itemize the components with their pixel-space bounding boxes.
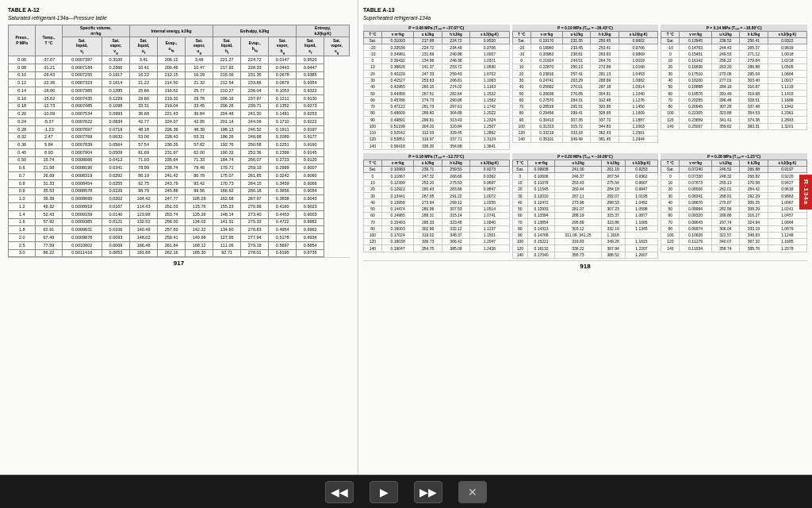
- table-cell: 0.19047: [381, 245, 413, 252]
- table-cell: 315.14: [442, 212, 469, 218]
- table-cell: 253.74: [158, 210, 186, 218]
- table-cell: 0.15493: [381, 219, 413, 225]
- table-cell: 0: [661, 173, 680, 179]
- table-cell: 323.48: [442, 219, 469, 225]
- rewind-button[interactable]: ◀◀: [325, 481, 354, 503]
- table-cell: 277.01: [711, 77, 739, 83]
- table-cell: 185.30: [186, 249, 213, 257]
- table-cell: 30: [363, 77, 381, 83]
- table-cell: 0.8934: [297, 234, 324, 242]
- table-cell: 52.43: [36, 210, 62, 218]
- forward-button[interactable]: ▶▶: [414, 481, 442, 503]
- table-cell: 307.28: [711, 103, 739, 110]
- table-cell: 0.9322: [768, 37, 806, 44]
- table-cell: 140: [512, 137, 530, 143]
- table-cell: 0.9322: [297, 87, 324, 95]
- table-cell: 260.44: [555, 186, 602, 192]
- table-cell: 300.25: [740, 199, 768, 206]
- table-cell: 319.02: [414, 232, 442, 238]
- table-cell: 8.93: [36, 148, 62, 156]
- table-cell: 120: [363, 137, 381, 143]
- table-cell: 0.9447: [297, 64, 324, 71]
- pressure-section: P = 0.20 MPa (Tₛₐₜ = −10.09°C)T °Cv m³/k…: [512, 153, 659, 259]
- table-cell: -31.21: [36, 64, 62, 71]
- table-cell: 275.87: [711, 199, 739, 206]
- table-cell: 292.07: [601, 193, 625, 199]
- table-cell: 179.71: [213, 164, 241, 172]
- table-cell: 0.17040: [528, 252, 555, 258]
- table-cell: 336.22: [555, 245, 602, 252]
- table-row: 1.862.910.00096310.0106140.49257.83142.2…: [9, 226, 350, 234]
- table-cell: 253.63: [414, 77, 442, 83]
- table-cell: 0.0167: [102, 203, 130, 211]
- table-cell: 303.12: [555, 225, 602, 232]
- play-button[interactable]: ▶: [370, 481, 398, 503]
- table-cell: 349.28: [601, 239, 625, 245]
- table-cell: 266.81: [442, 77, 469, 83]
- table-cell: 0.0007397: [62, 56, 102, 64]
- table-cell: 100: [512, 123, 530, 129]
- table-cell: 253.41: [591, 44, 619, 51]
- table-cell: 39.39: [36, 195, 62, 203]
- table-cell: 1.0018: [768, 51, 806, 57]
- table-cell: 3.0: [9, 249, 36, 257]
- table-cell: 0.0140: [102, 210, 130, 218]
- table-cell: 1.0371: [470, 57, 509, 64]
- table-cell: 228.33: [241, 64, 269, 71]
- table-cell: 304.81: [591, 90, 619, 97]
- table-cell: 328.65: [591, 110, 619, 116]
- table-cell: -10: [512, 51, 530, 57]
- table-cell: 0.9354: [297, 79, 324, 87]
- table-cell: 0.0443: [269, 64, 297, 71]
- table-cell: 319.97: [414, 137, 442, 143]
- table-cell: 322.57: [711, 232, 739, 238]
- table-cell: 0.44358: [381, 90, 413, 97]
- table-cell: 134.02: [186, 218, 213, 226]
- table-cell: -10: [363, 51, 381, 57]
- table-cell: 328.51: [740, 97, 768, 103]
- table-cell: 10: [363, 179, 381, 186]
- table-cell: 0.12399: [381, 179, 413, 186]
- table-cell: 0.9: [9, 187, 36, 195]
- table-cell: 279.18: [241, 241, 269, 249]
- table-cell: 349.83: [740, 232, 768, 238]
- table-cell: 0.13394: [528, 212, 555, 218]
- table-cell: 241.30: [555, 167, 602, 173]
- table-cell: 0.07240: [680, 167, 711, 173]
- table-cell: 2.5: [9, 241, 36, 249]
- table-cell: 0.08670: [680, 199, 711, 206]
- table-cell: 1.8: [9, 226, 36, 234]
- table-cell: 60: [512, 97, 530, 103]
- close-button[interactable]: ✕: [458, 481, 487, 503]
- table-cell: 0.0069: [102, 241, 130, 249]
- table-cell: 231.35: [241, 71, 269, 79]
- table-cell: 78.99: [130, 164, 158, 172]
- table-cell: 0.08341: [680, 193, 711, 199]
- table-cell: 1.0007: [470, 51, 509, 57]
- table-cell: -22.36: [36, 79, 62, 87]
- table-cell: 50: [512, 206, 527, 212]
- table-cell: 257.83: [158, 226, 186, 234]
- table-cell: 0.0010602: [62, 241, 102, 249]
- superheated-table: T °Cv m³/kgu kJ/kgh kJ/kgs kJ/(kg·K)Sat.…: [363, 160, 510, 252]
- table-cell: 31.33: [36, 179, 62, 187]
- table-cell: 355.73: [555, 252, 602, 258]
- table-cell: 170.73: [213, 179, 241, 187]
- table-cell: -10.09: [36, 110, 62, 118]
- table-cell: 0.0509: [102, 148, 130, 156]
- table-cell: 0.36432: [381, 57, 413, 64]
- col-header: u kJ/kg: [414, 32, 442, 38]
- col-spec-vol: Specific volume,m³/kg: [62, 25, 130, 37]
- table-cell: 0.0007184: [62, 64, 102, 71]
- table-cell: 206.16: [213, 94, 241, 102]
- table-cell: -1.23: [36, 125, 62, 133]
- table-cell: 0.3242: [269, 172, 297, 180]
- table-cell: 304.20: [414, 123, 442, 129]
- table-cell: 0.8: [9, 179, 36, 187]
- table-cell: 284.18: [601, 186, 625, 192]
- table-cell: 0.12472: [528, 199, 555, 206]
- table-cell: 1.3201: [768, 123, 806, 129]
- table-cell: 0.9697: [470, 179, 509, 186]
- left-page-number: 917: [8, 257, 350, 269]
- table-cell: 110: [363, 129, 381, 136]
